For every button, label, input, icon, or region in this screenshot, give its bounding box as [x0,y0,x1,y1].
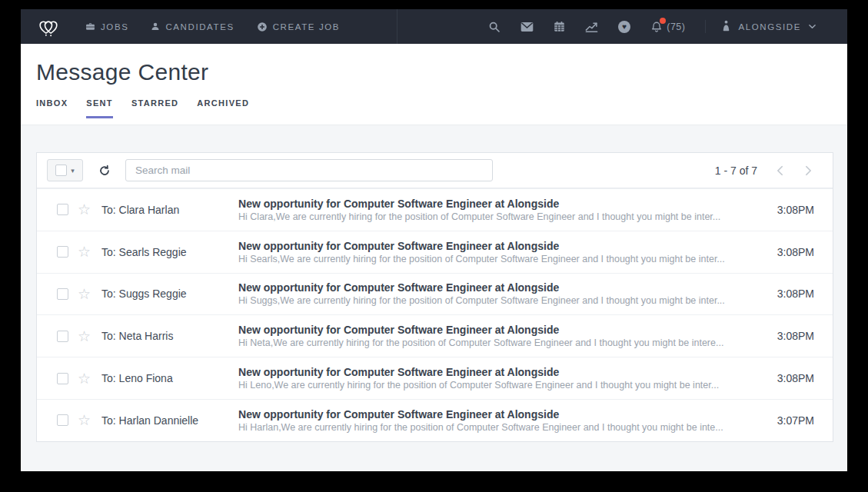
alongside-logo-icon[interactable] [35,15,62,39]
mail-recipient: To: Neta Harris [101,330,238,342]
tab[interactable]: ARCHIVED [197,98,249,118]
navbar-left: JOBS CANDIDATES CREATE J [21,9,397,44]
mail-subject: New opportunity for Computer Software En… [238,324,759,336]
notification-count: (75) [667,22,685,32]
search-icon[interactable] [488,21,501,33]
top-navbar: JOBS CANDIDATES CREATE J [21,9,847,44]
nav-create-job-label: CREATE JOB [273,22,340,32]
mail-preview: Hi Harlan,We are currently hiring for th… [238,422,759,433]
star-icon[interactable]: ☆ [78,202,91,217]
tab-label: INBOX [36,98,68,108]
select-all-dropdown[interactable]: ▾ [47,159,83,181]
page-title: Message Center [36,59,832,85]
mail-time: 3:08PM [771,288,833,300]
pagination-label: 1 - 7 of 7 [715,165,757,177]
plus-circle-icon [257,22,268,32]
tab[interactable]: INBOX [36,98,68,118]
mail-time: 3:08PM [771,204,833,216]
mail-list-card: ▾ 1 - 7 of 7 [36,152,833,442]
tab-label: ARCHIVED [197,98,249,108]
mail-row[interactable]: ☆ To: Clara Harlan New opportunity for C… [37,188,833,231]
analytics-chart-icon[interactable] [585,21,598,32]
row-checkbox[interactable] [57,204,68,215]
pagination: 1 - 7 of 7 [715,164,814,178]
row-checkbox[interactable] [57,373,68,384]
person-icon [151,22,160,32]
briefcase-icon [85,22,95,32]
notification-dot [660,18,666,24]
mail-row[interactable]: ☆ To: Harlan Dannielle New opportunity f… [37,399,833,441]
mail-subject: New opportunity for Computer Software En… [238,281,759,294]
mail-subject: New opportunity for Computer Software En… [238,198,759,210]
row-checkbox[interactable] [57,414,68,426]
tab[interactable]: STARRED [131,98,178,118]
mail-row[interactable]: ☆ To: Neta Harris New opportunity for Co… [37,314,833,357]
mail-recipient: To: Suggs Reggie [101,288,238,300]
app-window: JOBS CANDIDATES CREATE J [21,9,847,471]
mail-subject: New opportunity for Computer Software En… [238,366,759,378]
star-icon[interactable]: ☆ [78,287,91,301]
nav-jobs-label: JOBS [101,22,128,32]
row-checkbox[interactable] [57,331,68,342]
search-input[interactable] [125,159,493,181]
mail-row[interactable]: ☆ To: Searls Reggie New opportunity for … [37,231,833,273]
next-page-button[interactable] [803,164,814,178]
mail-preview: Hi Leno,We are currently hiring for the … [238,380,759,391]
tab[interactable]: SENT [86,98,113,118]
content-area: ▾ 1 - 7 of 7 [21,125,847,471]
row-checkbox[interactable] [57,288,68,300]
chevron-down-icon [808,22,816,32]
tab-bar: INBOX SENT STARRED ARCHIVED [36,98,832,118]
page-header: Message Center INBOX SENT STARRED ARCHIV… [21,44,847,125]
mail-preview: Hi Clara,We are currently hiring for the… [238,211,759,222]
mail-row[interactable]: ☆ To: Leno Fiona New opportunity for Com… [37,357,833,399]
row-checkbox[interactable] [57,246,68,258]
star-icon[interactable]: ☆ [78,371,91,386]
refresh-button[interactable] [98,165,111,177]
account-label: ALONGSIDE [738,22,801,32]
account-menu[interactable]: ALONGSIDE [705,20,832,33]
nav-candidates[interactable]: CANDIDATES [151,22,234,32]
caret-down-icon: ▾ [71,167,75,175]
mail-row[interactable]: ☆ To: Suggs Reggie New opportunity for C… [37,273,833,315]
tab-label: SENT [86,98,113,108]
heart-circle-icon[interactable]: ♥ [618,21,630,33]
mail-preview: Hi Suggs,We are currently hiring for the… [238,295,759,306]
bell-icon [650,20,663,33]
mail-toolbar: ▾ 1 - 7 of 7 [37,153,833,188]
mail-recipient: To: Clara Harlan [101,204,238,216]
mail-time: 3:07PM [771,414,833,427]
star-icon[interactable]: ☆ [78,329,91,344]
company-account-icon [721,20,731,33]
notifications-bell[interactable]: (75) [650,20,685,33]
select-all-checkbox[interactable] [55,165,67,176]
tab-label: STARRED [131,98,178,108]
calendar-icon[interactable] [554,21,565,32]
mail-time: 3:08PM [771,246,833,258]
mail-preview: Hi Searls,We are currently hiring for th… [238,254,759,264]
mail-time: 3:08PM [771,372,833,384]
nav-candidates-label: CANDIDATES [165,22,234,32]
mail-subject: New opportunity for Computer Software En… [238,408,759,421]
mail-time: 3:08PM [771,330,833,342]
star-icon[interactable]: ☆ [78,244,91,259]
nav-create-job[interactable]: CREATE JOB [257,22,340,32]
mail-recipient: To: Leno Fiona [101,372,238,384]
navbar-right: ♥ (75) [488,9,847,44]
messages-envelope-icon[interactable] [520,22,534,32]
star-icon[interactable]: ☆ [78,413,91,427]
mail-recipient: To: Searls Reggie [101,246,238,258]
mail-subject: New opportunity for Computer Software En… [238,240,759,252]
prev-page-button[interactable] [774,164,786,178]
mail-preview: Hi Neta,We are currently hiring for the … [238,337,759,348]
nav-jobs[interactable]: JOBS [85,22,128,32]
mail-recipient: To: Harlan Dannielle [101,414,238,427]
